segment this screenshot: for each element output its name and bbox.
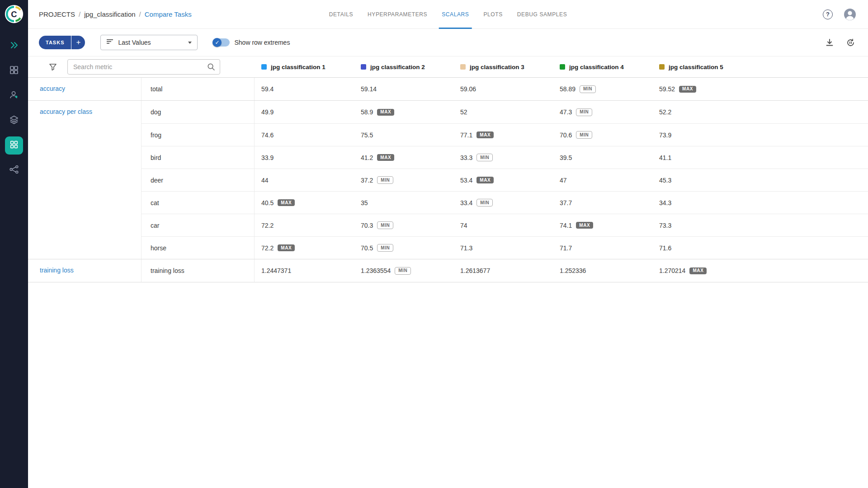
metric-value: 33.3 (460, 154, 472, 161)
table-row: cat40.5MAX3533.4MIN37.734.3 (142, 191, 868, 214)
metric-cell: training loss (28, 259, 141, 282)
nav-workers[interactable] (5, 87, 23, 105)
task-column-header[interactable]: jpg classification 4 (553, 64, 652, 70)
extreme-badge-max: MAX (679, 86, 696, 93)
metric-value: 34.3 (659, 199, 671, 206)
metric-value: 1.252336 (560, 267, 586, 274)
value-cell: 74.1MAX (553, 214, 652, 236)
pipelines-icon (9, 164, 19, 176)
value-cell: 35 (354, 192, 453, 214)
task-column-header[interactable]: jpg classification 3 (453, 64, 553, 70)
breadcrumb-project-name[interactable]: jpg_classification (84, 10, 135, 18)
search-metric-input[interactable] (67, 59, 220, 75)
toggle-track[interactable]: ✓ (212, 38, 230, 47)
user-avatar[interactable] (844, 8, 856, 21)
tab-debug-samples[interactable]: DEBUG SAMPLES (510, 0, 575, 29)
nav-expand[interactable] (5, 37, 23, 55)
nav-dashboard[interactable] (5, 62, 23, 80)
extreme-badge-max: MAX (377, 109, 394, 116)
value-cell: 1.270214MAX (652, 259, 868, 282)
table-header: jpg classification 1jpg classification 2… (28, 56, 868, 78)
group-rows: dog49.958.9MAX5247.3MIN52.2frog74.675.57… (141, 101, 868, 259)
metric-value: 41.2 (361, 154, 373, 161)
extreme-badge-min: MIN (576, 108, 592, 116)
double-chevron-right-icon (9, 40, 19, 52)
metric-value: 1.2613677 (460, 267, 490, 274)
show-row-extremes-toggle[interactable]: ✓ Show row extremes (212, 38, 290, 47)
search-wrap (67, 59, 220, 75)
extreme-badge-min: MIN (476, 199, 493, 206)
clearml-logo[interactable]: C (5, 5, 24, 23)
value-cell: 37.7 (553, 192, 652, 214)
metric-cell: accuracy (28, 78, 141, 100)
toggle-knob-check-icon: ✓ (212, 38, 222, 47)
task-column-header[interactable]: jpg classification 5 (652, 64, 868, 70)
breadcrumb-projects[interactable]: PROJECTS (39, 10, 75, 18)
grid-icon (9, 65, 19, 77)
auto-refresh-icon[interactable] (846, 38, 855, 47)
main: PROJECTS / jpg_classification / Compare … (28, 0, 868, 488)
values-mode-label: Last Values (118, 39, 151, 46)
metric-value: 59.14 (361, 85, 377, 93)
tab-hyperparameters[interactable]: HYPERPARAMETERS (360, 0, 434, 29)
task-column-header[interactable]: jpg classification 1 (255, 64, 354, 70)
metric-link[interactable]: accuracy (40, 85, 65, 92)
metric-value: 59.52 (659, 85, 675, 93)
metric-value: 58.9 (361, 108, 373, 116)
value-cell: 59.52MAX (652, 78, 868, 100)
series-color-swatch (361, 64, 366, 70)
series-color-swatch (659, 64, 665, 70)
add-task-button[interactable]: + (71, 36, 85, 49)
value-cell: 73.3 (652, 214, 868, 236)
search-icon[interactable] (207, 62, 216, 73)
metric-link[interactable]: training loss (40, 267, 74, 274)
help-icon[interactable]: ? (823, 9, 833, 19)
value-cell: 33.9 (255, 146, 354, 169)
metric-value: 52 (460, 108, 467, 116)
extreme-badge-min: MIN (395, 267, 411, 275)
extreme-badge-min: MIN (580, 85, 596, 93)
value-cell: 34.3 (652, 192, 868, 214)
value-cell: 44 (255, 169, 354, 191)
scalars-table: jpg classification 1jpg classification 2… (28, 56, 868, 488)
nav-pipelines[interactable] (5, 161, 23, 179)
values-mode-dropdown[interactable]: Last Values (100, 35, 198, 50)
extreme-badge-min: MIN (377, 244, 393, 252)
tasks-button[interactable]: TASKS (39, 36, 71, 49)
chevron-down-icon (188, 42, 192, 44)
variant-cell: total (142, 78, 255, 100)
value-cell: 71.7 (553, 237, 652, 259)
tab-details[interactable]: DETAILS (322, 0, 360, 29)
task-column-label: jpg classification 4 (569, 64, 624, 70)
metric-value: 47.3 (560, 108, 572, 116)
tab-scalars[interactable]: SCALARS (434, 0, 476, 29)
series-color-swatch (560, 64, 565, 70)
nav-datasets[interactable] (5, 112, 23, 130)
metric-value: 59.4 (261, 85, 274, 93)
breadcrumb-separator: / (139, 10, 141, 18)
task-column-header[interactable]: jpg classification 2 (354, 64, 453, 70)
extreme-badge-min: MIN (576, 131, 592, 139)
metric-value: 40.5 (261, 199, 274, 206)
nav-projects[interactable] (5, 136, 23, 155)
metric-link[interactable]: accuracy per class (40, 108, 92, 115)
extreme-badge-min: MIN (377, 176, 393, 184)
metric-value: 53.4 (460, 177, 472, 184)
filter-icon[interactable] (48, 62, 57, 71)
value-cell: 75.5 (354, 124, 453, 146)
metric-value: 45.3 (659, 177, 671, 184)
metric-value: 37.7 (560, 199, 572, 206)
value-cell: 71.3 (453, 237, 553, 259)
svg-text:C: C (11, 9, 17, 19)
variant-cell: car (142, 214, 255, 236)
value-cell: 37.2MIN (354, 169, 453, 191)
sidebar: C (0, 0, 28, 488)
tab-plots[interactable]: PLOTS (476, 0, 509, 29)
metric-value: 1.2363554 (361, 267, 391, 274)
download-icon[interactable] (825, 38, 834, 47)
breadcrumb: PROJECTS / jpg_classification / Compare … (39, 10, 192, 18)
metric-value: 70.3 (361, 222, 373, 229)
value-cell: 1.2447371 (255, 259, 354, 282)
metric-value: 74.6 (261, 131, 274, 139)
metric-value: 59.06 (460, 85, 476, 93)
